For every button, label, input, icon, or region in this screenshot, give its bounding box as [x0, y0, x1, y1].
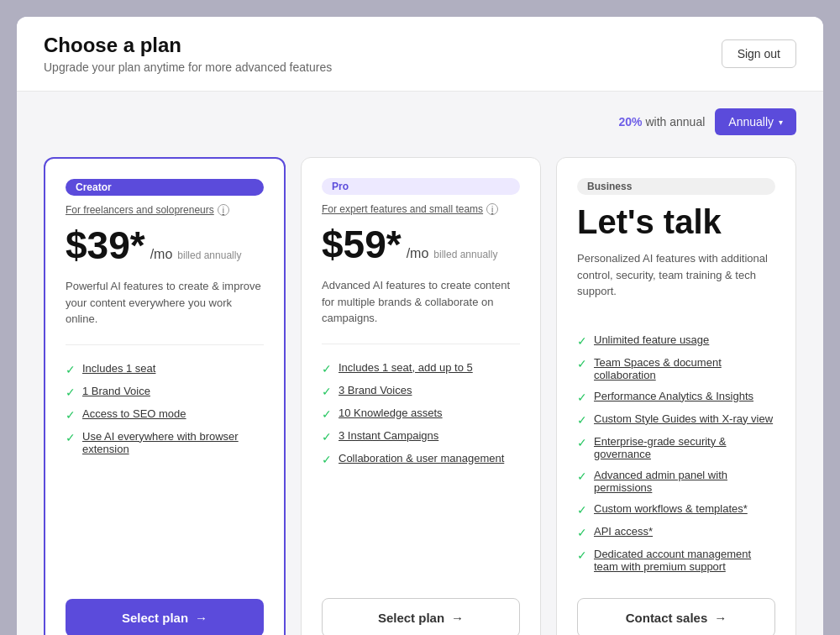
header: Choose a plan Upgrade your plan anytime … — [17, 17, 823, 92]
check-icon: ✓ — [322, 430, 332, 443]
feature-text: Enterprise-grade security & governance — [594, 435, 775, 460]
plan-badge-business: Business — [577, 178, 775, 195]
save-suffix: with annual — [645, 115, 705, 129]
check-icon: ✓ — [322, 453, 332, 466]
arrow-right-icon: → — [451, 611, 464, 625]
features-list-pro: ✓ Includes 1 seat, add up to 5 ✓ 3 Brand… — [322, 361, 520, 581]
check-icon: ✓ — [577, 391, 587, 404]
check-icon: ✓ — [577, 470, 587, 483]
list-item: ✓ Includes 1 seat, add up to 5 — [322, 361, 520, 375]
plan-desc-business: Personalized AI features with additional… — [577, 250, 775, 317]
list-item: ✓ Team Spaces & document collaboration — [577, 356, 775, 381]
plan-action-business: Contact sales → — [577, 598, 775, 636]
check-icon: ✓ — [322, 362, 332, 375]
save-text: 20% with annual — [619, 115, 706, 129]
price-row-pro: $59* /mo billed annually — [322, 225, 520, 274]
plan-card-business: Business Let's talk Personalized AI feat… — [556, 157, 796, 635]
price-billing-creator: billed annually — [177, 249, 241, 261]
features-list-business: ✓ Unlimited feature usage ✓ Team Spaces … — [577, 333, 775, 581]
check-icon: ✓ — [577, 413, 587, 427]
contact-sales-button[interactable]: Contact sales → — [577, 598, 775, 636]
page-title: Choose a plan — [44, 34, 332, 57]
info-icon-creator[interactable]: i — [218, 204, 229, 216]
page-subtitle: Upgrade your plan anytime for more advan… — [44, 60, 332, 74]
list-item: ✓ Collaboration & user management — [322, 452, 520, 466]
feature-text: Team Spaces & document collaboration — [594, 356, 775, 381]
check-icon: ✓ — [577, 548, 587, 562]
feature-text: Unlimited feature usage — [594, 333, 709, 346]
list-item: ✓ API access* — [577, 525, 775, 539]
plan-badge-pro: Pro — [322, 178, 520, 195]
check-icon: ✓ — [577, 503, 587, 517]
feature-text: 10 Knowledge assets — [339, 407, 443, 419]
list-item: ✓ 3 Brand Voices — [322, 384, 520, 398]
check-icon: ✓ — [577, 357, 587, 370]
check-icon: ✓ — [66, 408, 76, 422]
info-icon-pro[interactable]: i — [486, 203, 498, 215]
plan-badge-creator: Creator — [66, 179, 264, 196]
list-item: ✓ Performance Analytics & Insights — [577, 390, 775, 404]
check-icon: ✓ — [322, 385, 332, 398]
list-item: ✓ Dedicated account management team with… — [577, 548, 775, 573]
price-heading-business: Let's talk — [577, 203, 775, 240]
plan-desc-pro: Advanced AI features to create content f… — [322, 277, 520, 344]
arrow-right-icon: → — [195, 611, 207, 625]
list-item: ✓ Includes 1 seat — [66, 362, 264, 376]
feature-text: Collaboration & user management — [339, 452, 504, 464]
feature-text: Custom workflows & templates* — [594, 502, 748, 515]
feature-text: Includes 1 seat — [82, 362, 155, 375]
feature-text: Use AI everywhere with browser extension — [82, 430, 264, 455]
price-main-pro: $59* — [322, 225, 402, 264]
check-icon: ✓ — [66, 363, 76, 376]
feature-text: Performance Analytics & Insights — [594, 390, 753, 402]
plan-action-pro: Select plan → — [322, 598, 520, 636]
check-icon: ✓ — [66, 386, 76, 399]
save-percent: 20% — [619, 115, 643, 129]
plans-row: Creator For freelancers and solopreneurs… — [17, 144, 823, 635]
list-item: ✓ 3 Instant Campaigns — [322, 429, 520, 443]
plan-subtitle-pro: For expert features and small teams i — [322, 203, 520, 215]
plan-subtitle-creator: For freelancers and solopreneurs i — [66, 204, 264, 216]
feature-text: Custom Style Guides with X-ray view — [594, 412, 773, 425]
feature-text: 3 Brand Voices — [339, 384, 412, 396]
feature-text: API access* — [594, 525, 653, 538]
plan-card-creator: Creator For freelancers and solopreneurs… — [44, 157, 286, 635]
feature-text: 3 Instant Campaigns — [339, 429, 438, 442]
list-item: ✓ Use AI everywhere with browser extensi… — [66, 430, 264, 455]
header-left: Choose a plan Upgrade your plan anytime … — [44, 34, 332, 74]
check-icon: ✓ — [577, 436, 587, 449]
chevron-down-icon: ▾ — [779, 118, 783, 127]
features-list-creator: ✓ Includes 1 seat ✓ 1 Brand Voice ✓ Acce… — [66, 362, 264, 582]
feature-text: 1 Brand Voice — [82, 385, 150, 397]
page-container: Choose a plan Upgrade your plan anytime … — [17, 17, 823, 635]
check-icon: ✓ — [322, 407, 332, 421]
price-period-creator: /mo — [150, 247, 173, 262]
list-item: ✓ Enterprise-grade security & governance — [577, 435, 775, 460]
list-item: ✓ Unlimited feature usage — [577, 333, 775, 348]
price-period-pro: /mo — [407, 246, 429, 261]
plan-desc-creator: Powerful AI features to create & improve… — [66, 278, 264, 345]
list-item: ✓ Access to SEO mode — [66, 407, 264, 422]
sign-out-button[interactable]: Sign out — [722, 39, 796, 68]
select-plan-button-pro[interactable]: Select plan → — [322, 598, 520, 636]
list-item: ✓ Custom Style Guides with X-ray view — [577, 412, 775, 427]
billing-toggle-row: 20% with annual Annually ▾ — [17, 92, 823, 144]
feature-text: Dedicated account management team with p… — [594, 548, 775, 573]
toggle-label: Annually — [728, 115, 774, 129]
list-item: ✓ Custom workflows & templates* — [577, 502, 775, 517]
plan-action-creator: Select plan → — [66, 599, 264, 636]
price-row-creator: $39* /mo billed annually — [66, 226, 264, 275]
list-item: ✓ 1 Brand Voice — [66, 385, 264, 399]
check-icon: ✓ — [66, 431, 76, 444]
price-main-creator: $39* — [66, 226, 145, 265]
list-item: ✓ Advanced admin panel with permissions — [577, 469, 775, 494]
plan-card-pro: Pro For expert features and small teams … — [301, 157, 541, 635]
arrow-right-icon: → — [714, 611, 727, 625]
feature-text: Access to SEO mode — [82, 407, 186, 420]
feature-text: Advanced admin panel with permissions — [594, 469, 775, 494]
select-plan-button-creator[interactable]: Select plan → — [66, 599, 264, 636]
price-billing-pro: billed annually — [433, 249, 497, 260]
list-item: ✓ 10 Knowledge assets — [322, 407, 520, 421]
billing-toggle-button[interactable]: Annually ▾ — [715, 108, 796, 135]
feature-text: Includes 1 seat, add up to 5 — [339, 361, 473, 374]
